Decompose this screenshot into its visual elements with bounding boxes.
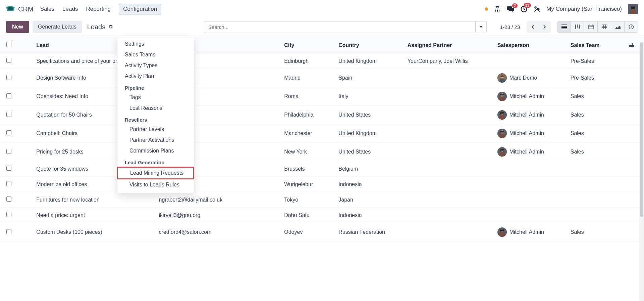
search-dropdown-toggle[interactable]: [475, 21, 487, 33]
nav-leads[interactable]: Leads: [62, 4, 78, 14]
header-team[interactable]: Sales Team: [567, 37, 626, 53]
pager-text[interactable]: 1-23 / 23: [500, 24, 520, 30]
row-checkbox[interactable]: [6, 130, 11, 135]
dd-visits-to-leads-rules[interactable]: Visits to Leads Rules: [117, 179, 194, 190]
dd-activity-types[interactable]: Activity Types: [117, 60, 194, 71]
table-row[interactable]: Quote for 35 windowsBrusselsBelgium: [0, 161, 644, 177]
dd-tags[interactable]: Tags: [117, 92, 194, 103]
row-checkbox[interactable]: [6, 229, 11, 234]
view-activity[interactable]: [625, 21, 638, 33]
brand[interactable]: CRM: [6, 5, 34, 13]
leads-table-wrap: Lead City Country Assigned Partner Sales…: [0, 37, 644, 242]
table-row[interactable]: Custom Desks (100 pieces)credford4@salon…: [0, 223, 644, 242]
salesperson-name: Mitchell Admin: [509, 112, 544, 118]
cell-email: ngrabert2@dailymail.co.uk: [155, 192, 281, 208]
dd-partner-activations[interactable]: Partner Activations: [117, 135, 194, 145]
pivot-icon: [602, 25, 607, 29]
company-name[interactable]: My Company (San Francisco): [546, 6, 622, 12]
caret-down-icon: [479, 26, 483, 28]
nav-right: 7 33 My Company (San Francisco): [485, 4, 638, 14]
cell-country: Japan: [335, 192, 404, 208]
view-list[interactable]: [557, 21, 571, 33]
header-partner[interactable]: Assigned Partner: [404, 37, 494, 53]
pager-next[interactable]: [539, 22, 550, 32]
cell-salesperson: Mitchell Admin: [494, 124, 567, 143]
cell-country: Belgium: [335, 161, 404, 177]
dd-header-lead-generation: Lead Generation: [117, 156, 194, 167]
generate-leads-button[interactable]: Generate Leads: [33, 21, 82, 33]
table-row[interactable]: Need a price: urgentikirvell3@gnu.orgDah…: [0, 208, 644, 223]
vertical-scrollbar[interactable]: [639, 42, 644, 242]
salesperson-name: Marc Demo: [509, 75, 537, 81]
pager-prev[interactable]: [527, 22, 538, 32]
new-button[interactable]: New: [6, 21, 29, 33]
table-row[interactable]: Campbell: ChairsnManchesterUnited Kingdo…: [0, 124, 644, 143]
dialpad-icon[interactable]: [494, 6, 501, 12]
cell-lead: Need a price: urgent: [17, 208, 155, 223]
row-checkbox[interactable]: [6, 93, 11, 98]
cell-city: Dahu Satu: [281, 208, 335, 223]
nav-configuration[interactable]: Configuration: [119, 4, 161, 14]
header-country[interactable]: Country: [335, 37, 404, 53]
cell-city: Roma: [281, 87, 335, 106]
chevron-right-icon: [543, 25, 546, 29]
clock-icon: [629, 24, 634, 30]
cell-city: Edinburgh: [281, 53, 335, 69]
view-calendar[interactable]: [584, 21, 598, 33]
cell-team: [567, 177, 626, 192]
tools-icon[interactable]: [534, 6, 540, 12]
select-all-checkbox[interactable]: [6, 42, 11, 47]
salesperson-name: Mitchell Admin: [509, 149, 544, 155]
row-checkbox[interactable]: [6, 58, 11, 63]
dd-header-pipeline: Pipeline: [117, 82, 194, 92]
row-checkbox[interactable]: [6, 166, 11, 171]
table-row[interactable]: Modernize old officesail.comWurigeleburI…: [0, 177, 644, 192]
messages-icon[interactable]: 7: [507, 6, 514, 12]
gear-icon[interactable]: [108, 24, 113, 30]
row-checkbox[interactable]: [6, 197, 11, 202]
svg-rect-19: [577, 25, 578, 28]
app-logo-icon: [6, 6, 15, 12]
header-city[interactable]: City: [281, 37, 335, 53]
scrollbar-thumb[interactable]: [640, 42, 643, 217]
cell-city: Wurigelebur: [281, 177, 335, 192]
table-row[interactable]: Opensides: Need Info.comRomaItalyMitchel…: [0, 87, 644, 106]
user-avatar[interactable]: [628, 4, 638, 14]
row-checkbox[interactable]: [6, 149, 11, 154]
nav-reporting[interactable]: Reporting: [86, 4, 111, 14]
view-pivot[interactable]: [598, 21, 611, 33]
row-checkbox[interactable]: [6, 181, 11, 186]
salesperson-avatar: [497, 129, 507, 138]
dd-sales-teams[interactable]: Sales Teams: [117, 49, 194, 60]
dd-activity-plan[interactable]: Activity Plan: [117, 71, 194, 82]
dd-lead-mining-requests[interactable]: Lead Mining Requests: [117, 167, 194, 179]
cell-partner: [404, 208, 494, 223]
dd-settings[interactable]: Settings: [117, 39, 194, 49]
cell-country: Indonesia: [335, 208, 404, 223]
table-row[interactable]: Design Software InfoMadridSpainMarc Demo…: [0, 69, 644, 87]
nav-sales[interactable]: Sales: [40, 4, 55, 14]
view-kanban[interactable]: [571, 21, 584, 33]
table-row[interactable]: Furnitures for new locationngrabert2@dai…: [0, 192, 644, 208]
row-checkbox[interactable]: [6, 212, 11, 217]
table-row[interactable]: Specifications and price of your phoneEd…: [0, 53, 644, 69]
row-checkbox[interactable]: [6, 75, 11, 80]
dd-partner-levels[interactable]: Partner Levels: [117, 124, 194, 135]
salesperson-name: Mitchell Admin: [509, 130, 544, 136]
header-salesperson[interactable]: Salesperson: [494, 37, 567, 53]
table-row[interactable]: Pricing for 25 desksample.comNew YorkUni…: [0, 143, 644, 161]
row-checkbox[interactable]: [6, 112, 11, 117]
cell-salesperson: Mitchell Admin: [494, 87, 567, 106]
table-header-row: Lead City Country Assigned Partner Sales…: [0, 37, 644, 53]
cell-country: United States: [335, 143, 404, 161]
search-input[interactable]: [204, 21, 475, 33]
activity-icon[interactable]: 33: [520, 5, 528, 13]
dd-lost-reasons[interactable]: Lost Reasons: [117, 103, 194, 114]
table-row[interactable]: Quotation for 50 Chairs.comPhiladelphiaU…: [0, 106, 644, 124]
cell-email: ikirvell3@gnu.org: [155, 208, 281, 223]
status-dot-icon[interactable]: [485, 7, 488, 11]
svg-rect-20: [579, 25, 580, 29]
cell-salesperson: [494, 161, 567, 177]
view-graph[interactable]: [611, 21, 625, 33]
dd-commission-plans[interactable]: Commission Plans: [117, 145, 194, 156]
